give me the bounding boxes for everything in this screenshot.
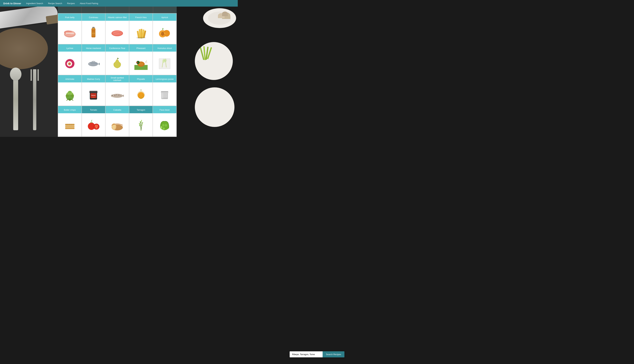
svg-point-101 [163, 128, 165, 130]
svg-point-88 [96, 127, 97, 128]
catshark-img [111, 88, 124, 101]
card-conference-pear[interactable]: Conference Pear [106, 44, 129, 75]
svg-point-86 [95, 125, 96, 126]
svg-point-94 [118, 125, 118, 126]
svg-point-93 [119, 126, 119, 128]
lychee-img [63, 57, 76, 70]
partial-cell [58, 6, 81, 13]
card-tomato[interactable]: Tomato [82, 106, 105, 136]
bowl-inner [208, 12, 231, 25]
card-title-apricot: Apricot [153, 14, 176, 21]
svg-rect-73 [162, 94, 167, 98]
svg-rect-75 [65, 128, 74, 129]
nav-recipe-search[interactable]: Recipe Search [48, 2, 62, 4]
card-image-pork-belly [58, 21, 82, 44]
card-image-tomato [82, 113, 105, 136]
svg-rect-4 [66, 33, 74, 34]
card-ciabatta[interactable]: Ciabatta [106, 106, 129, 136]
card-title-lemongrass-puree: Lemongrass puree [153, 75, 176, 82]
card-lemongrass-puree[interactable]: Lemongrass puree [153, 75, 176, 106]
card-title-conference-pear: Conference Pear [106, 44, 129, 52]
card-image-cointreau: Cointreau [82, 21, 105, 44]
card-image-apricot [153, 21, 176, 44]
svg-point-87 [97, 125, 98, 126]
navbar: Drink to Dinner Ingredient Search Recipe… [0, 0, 238, 6]
card-title-atlantic-salmon: Atlantic salmon fillet [106, 14, 129, 21]
svg-rect-7 [92, 27, 94, 28]
svg-point-85 [94, 124, 98, 129]
spoon-bowl [10, 68, 22, 81]
card-french-fries[interactable]: French fries [129, 14, 153, 44]
bowl-mushrooms [203, 8, 236, 28]
apricot-img [158, 26, 171, 39]
mackerel-img [87, 57, 100, 70]
card-image-french-fries [129, 21, 153, 44]
spoon [13, 68, 18, 130]
svg-text:Curry: Curry [92, 96, 95, 98]
card-title-horse-mackerel: Horse mackerel [82, 44, 105, 52]
svg-text:Madras: Madras [91, 95, 96, 96]
brand-logo[interactable]: Drink to Dinner [3, 2, 21, 5]
french-fries-img [134, 26, 148, 39]
ciabatta-img [111, 118, 124, 132]
card-apricot[interactable]: Apricot [153, 14, 176, 44]
card-butter-crisps[interactable]: Butter crisps [58, 106, 82, 136]
partial-cell [106, 6, 129, 13]
svg-point-41 [136, 62, 138, 63]
card-physalis[interactable]: Physalis [129, 75, 153, 106]
card-image-catshark [106, 82, 129, 106]
svg-point-68 [138, 92, 144, 99]
svg-point-66 [111, 94, 114, 97]
nav-about-food-pairing[interactable]: About Food Pairing [80, 2, 98, 4]
card-tarragon[interactable]: Tarragon [129, 106, 153, 136]
card-image-lemongrass-puree [153, 82, 176, 106]
card-image-lychee [58, 52, 82, 75]
card-artichoke[interactable]: Artichoke [58, 75, 82, 106]
svg-rect-59 [90, 91, 97, 92]
humulus-img [158, 57, 171, 70]
card-image-conference-pear [106, 52, 129, 75]
card-horse-mackerel[interactable]: Horse mackerel [82, 44, 105, 75]
card-small-spotted-catshark[interactable]: Small-spotted catshark [106, 75, 129, 106]
svg-point-51 [66, 94, 69, 97]
card-atlantic-salmon[interactable]: Atlantic salmon fillet [106, 14, 129, 44]
partial-cell [82, 6, 105, 13]
nav-recipes[interactable]: Recipes [67, 2, 75, 4]
card-humulus-shoot[interactable]: Humulus shoot [153, 44, 176, 75]
svg-point-61 [114, 95, 115, 96]
svg-rect-9 [92, 32, 95, 36]
physalis-img [134, 88, 148, 101]
card-cointreau[interactable]: Cointreau Cointreau [82, 14, 105, 44]
card-fava-bean[interactable]: Fava bean [153, 106, 176, 136]
svg-rect-74 [161, 91, 168, 92]
bowl-peppers [195, 87, 235, 127]
svg-point-100 [160, 126, 162, 129]
card-madras-curry[interactable]: Madras Curry Madras Curry [82, 75, 105, 106]
svg-point-99 [165, 124, 167, 126]
svg-point-34 [90, 63, 90, 64]
card-image-horse-mackerel [82, 52, 105, 75]
svg-rect-76 [65, 126, 74, 127]
svg-point-92 [116, 126, 117, 127]
pheasant-img [134, 57, 148, 70]
card-pheasant[interactable]: Pheasant [129, 44, 153, 75]
svg-point-64 [120, 96, 121, 96]
tomato-img [87, 118, 100, 132]
card-image-tarragon [129, 113, 153, 136]
butter-crisps-img [63, 118, 76, 132]
nav-ingredient-search[interactable]: Ingredient Search [26, 2, 43, 4]
card-lychee[interactable]: Lychee [58, 44, 82, 75]
svg-point-67 [112, 95, 113, 96]
card-image-ciabatta [106, 113, 129, 136]
partial-cell [153, 6, 177, 13]
card-title-pork-belly: Pork belly [58, 14, 82, 21]
partial-cell [129, 6, 153, 13]
top-partial-row [58, 6, 177, 13]
card-title-lychee: Lychee [58, 44, 82, 52]
main-content: Pork belly Cointreau [58, 6, 177, 137]
card-title-humulus-shoot: Humulus shoot [153, 44, 176, 52]
card-pork-belly[interactable]: Pork belly [58, 14, 82, 44]
card-title-tarragon: Tarragon [129, 106, 153, 113]
svg-rect-77 [65, 124, 74, 126]
fava-bean-img [158, 118, 171, 132]
